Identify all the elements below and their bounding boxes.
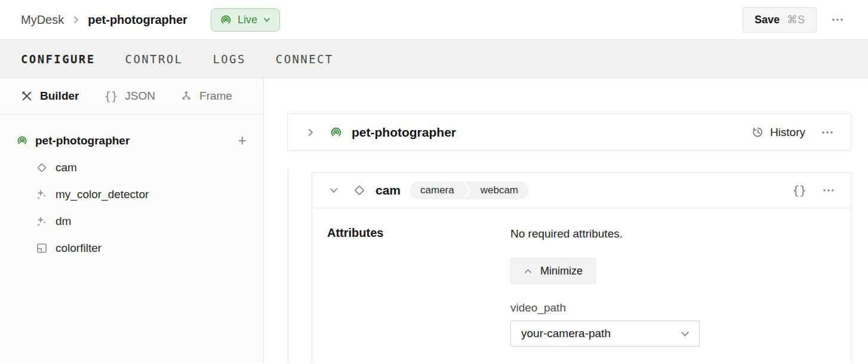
- tag-separator-chevron-icon: [463, 181, 472, 199]
- tools-icon: [21, 90, 33, 102]
- raw-json-toggle-button[interactable]: {}: [792, 183, 807, 198]
- frame-axes-icon: [180, 90, 192, 102]
- component-diamond-icon: [353, 184, 366, 197]
- module-icon: [36, 242, 48, 254]
- ellipsis-icon: [822, 184, 835, 197]
- cam-card-header: cam camera webcam {}: [312, 172, 851, 208]
- braces-icon: {}: [104, 90, 118, 103]
- component-diamond-icon: [36, 162, 48, 174]
- machine-part-title: pet-photographer: [352, 125, 456, 140]
- machine-part-card: pet-photographer History: [287, 113, 851, 151]
- attributes-section-heading: Attributes: [327, 226, 383, 240]
- history-button[interactable]: History: [752, 126, 805, 139]
- live-badge-label: Live: [238, 14, 257, 26]
- tree-item-label: my_color_detector: [56, 188, 149, 201]
- chevron-down-icon: [263, 16, 271, 24]
- breadcrumb-chevron-icon: [72, 16, 80, 24]
- mode-frame-label: Frame: [199, 90, 232, 103]
- mode-builder-label: Builder: [40, 90, 79, 103]
- history-icon: [752, 126, 764, 138]
- minimize-button-label: Minimize: [540, 265, 583, 277]
- tree-item-label: dm: [56, 215, 71, 228]
- machine-live-icon: [16, 135, 28, 147]
- mode-json[interactable]: {} JSON: [104, 90, 155, 103]
- ellipsis-icon: [831, 13, 844, 26]
- machine-live-icon: [330, 126, 343, 139]
- history-button-label: History: [770, 126, 805, 139]
- tree-root-machine[interactable]: pet-photographer +: [0, 127, 263, 154]
- mode-json-label: JSON: [125, 90, 155, 103]
- component-model-tag: webcam: [472, 184, 529, 196]
- tree-item-cam[interactable]: cam: [0, 154, 263, 181]
- cam-card-title: cam: [375, 183, 401, 198]
- cam-card-overflow-menu-button[interactable]: [822, 184, 835, 197]
- tab-control[interactable]: CONTROL: [125, 53, 183, 66]
- cam-component-card: cam camera webcam {} A: [312, 172, 851, 363]
- view-mode-switcher: Builder {} JSON Frame: [0, 78, 263, 115]
- chevron-up-icon: [524, 267, 533, 276]
- add-component-button[interactable]: +: [238, 133, 247, 148]
- breadcrumb-org-link[interactable]: MyDesk: [21, 13, 64, 27]
- save-shortcut-hint: ⌘S: [787, 13, 805, 26]
- tab-connect[interactable]: CONNECT: [276, 53, 334, 66]
- tab-configure[interactable]: CONFIGURE: [21, 53, 96, 66]
- tab-logs[interactable]: LOGS: [213, 53, 245, 66]
- tree-item-dm[interactable]: dm: [0, 208, 263, 235]
- machine-status-dropdown[interactable]: Live: [211, 8, 280, 32]
- attributes-empty-text: No required attributes.: [510, 227, 623, 240]
- machine-card-overflow-menu-button[interactable]: [821, 126, 834, 139]
- breadcrumb-machine-name: pet-photographer: [88, 13, 187, 27]
- part-group-rail: [288, 169, 288, 363]
- tree-item-label: cam: [56, 161, 77, 174]
- machine-tree: pet-photographer + cam my_color_detect: [0, 115, 263, 261]
- service-sparkles-icon: [36, 215, 48, 227]
- video-path-selected-value: your-camera-path: [521, 327, 611, 340]
- page-tabbar: CONFIGURE CONTROL LOGS CONNECT: [0, 40, 868, 78]
- video-path-select[interactable]: your-camera-path: [510, 320, 700, 347]
- tree-item-label: colorfilter: [56, 242, 101, 255]
- mode-builder[interactable]: Builder: [21, 90, 79, 103]
- mode-frame[interactable]: Frame: [180, 90, 232, 103]
- save-button-label: Save: [755, 14, 780, 26]
- chevron-down-icon[interactable]: [329, 186, 338, 195]
- configure-main-panel: pet-photographer History: [264, 78, 868, 363]
- service-sparkles-icon: [36, 189, 48, 200]
- ellipsis-icon: [821, 126, 834, 139]
- chevron-down-icon: [680, 329, 690, 339]
- component-type-model-tag: camera webcam: [410, 181, 529, 199]
- minimize-button[interactable]: Minimize: [510, 258, 596, 284]
- chevron-right-icon[interactable]: [306, 128, 315, 137]
- machine-live-icon: [220, 14, 232, 26]
- configure-sidebar: Builder {} JSON Frame: [0, 78, 264, 363]
- header-overflow-menu-button[interactable]: [831, 13, 844, 26]
- video-path-field-label: video_path: [510, 301, 566, 314]
- top-header: MyDesk pet-photographer Live Save ⌘S: [0, 0, 868, 40]
- tree-item-colorfilter[interactable]: colorfilter: [0, 235, 263, 261]
- tree-root-label: pet-photographer: [35, 134, 130, 147]
- tree-item-my-color-detector[interactable]: my_color_detector: [0, 181, 263, 208]
- component-type-tag: camera: [410, 184, 463, 196]
- content-area: Builder {} JSON Frame: [0, 78, 868, 363]
- save-button[interactable]: Save ⌘S: [743, 7, 817, 33]
